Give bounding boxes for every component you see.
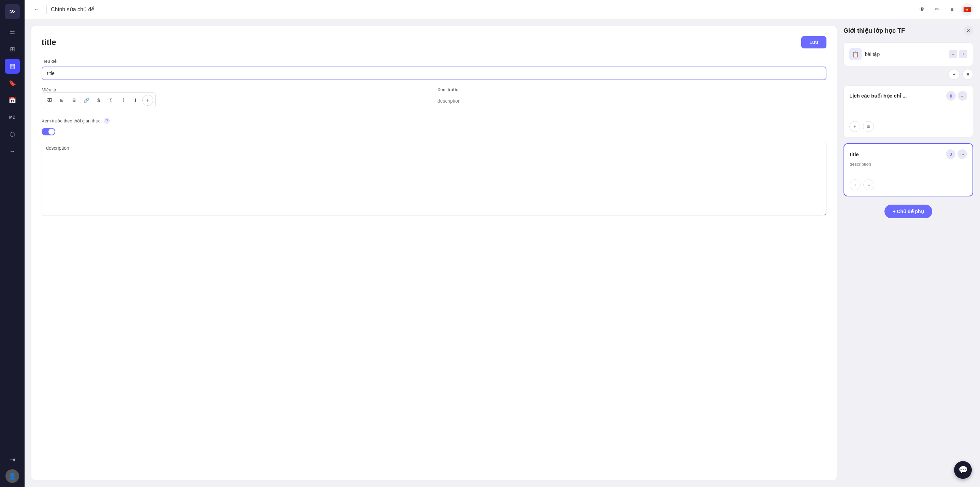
chapter-1-more-btn[interactable]: ··· — [958, 91, 967, 101]
section1-list-btn[interactable]: ≡ — [962, 69, 973, 80]
section1-actions: + ≡ — [843, 69, 973, 80]
chapter-1-add-btn[interactable]: + — [849, 121, 860, 132]
language-flag-button[interactable]: 🇻🇳 — [961, 3, 973, 16]
link-toolbar-btn[interactable]: 🔗 — [81, 95, 92, 106]
main-area: ← Chỉnh sửa chủ đề 👁 ✏ ≡ 🇻🇳 title Lưu — [25, 0, 980, 487]
table-toolbar-btn[interactable]: ⊞ — [56, 95, 67, 106]
partial-card-left: 📋 bài tập — [849, 48, 880, 60]
share-icon: ⤴ — [122, 98, 124, 103]
clipboard-icon: 📋 — [852, 51, 859, 58]
bookmark-icon: 🔖 — [8, 79, 16, 87]
desc-right: Xem trước description — [438, 87, 826, 112]
plus-icon: + — [146, 97, 149, 103]
edit-button[interactable]: ✏ — [931, 3, 943, 16]
download-toolbar-btn[interactable]: ⬇ — [130, 95, 141, 106]
sigma-toolbar-btn[interactable]: Σ — [105, 95, 116, 106]
editor-toolbar: 🖼 ⊞ B 🔗 $ — [41, 92, 156, 108]
back-button[interactable]: ← — [32, 4, 42, 15]
partial-minus-btn[interactable]: − — [949, 50, 957, 58]
sigma-icon: Σ — [110, 98, 113, 103]
dashboard-icon: ▦ — [10, 62, 15, 70]
list-icon: ≡ — [867, 124, 870, 129]
chapter-1-count: 0 — [946, 91, 956, 101]
form-title: title — [41, 38, 56, 47]
list-view-button[interactable]: ≡ — [946, 3, 958, 16]
chat-bubble-btn[interactable]: 💬 — [954, 461, 972, 479]
image-toolbar-btn[interactable]: 🖼 — [44, 95, 55, 106]
link-icon: 🔗 — [84, 98, 89, 103]
topbar-title: Chỉnh sửa chủ đề — [51, 6, 916, 13]
title-form-group: Tiêu đề — [41, 59, 826, 80]
list-icon: ≡ — [966, 71, 969, 77]
toggle-icon: ≫ — [9, 8, 16, 15]
right-panel: Giới thiệu lớp học TF ✕ 📋 bài tập − — [843, 26, 973, 480]
desc-left: Miêu tả 🖼 ⊞ B 🔗 — [41, 87, 431, 112]
nodes-icon: ⬡ — [10, 131, 15, 138]
sidebar-item-dashboard[interactable]: ▦ — [5, 59, 20, 74]
avatar[interactable]: 👤 — [5, 469, 19, 483]
close-icon: ✕ — [966, 28, 970, 33]
save-button[interactable]: Lưu — [801, 36, 826, 48]
chapter-1-header: Lịch các buổi học chỉ ... 0 ··· — [849, 91, 967, 101]
desc-label: Miêu tả — [41, 87, 56, 92]
bold-icon: B — [72, 98, 76, 103]
sidebar-item-bookmark[interactable]: 🔖 — [5, 76, 20, 91]
back-icon: ← — [34, 6, 40, 13]
plus-icon: + — [854, 182, 856, 187]
dollar-icon: $ — [97, 98, 100, 103]
partial-baitap-card: 📋 bài tập − + — [843, 42, 973, 66]
chapter-2-more-btn[interactable]: ··· — [958, 149, 967, 159]
sidebar-item-markdown[interactable]: MD — [5, 110, 20, 125]
calendar-icon: 📅 — [8, 97, 16, 104]
list-arrow-icon: → — [9, 148, 15, 155]
chapter-1-desc — [849, 103, 967, 117]
sidebar-item-calendar[interactable]: 📅 — [5, 93, 20, 108]
sidebar-item-layers[interactable]: ☰ — [5, 25, 20, 40]
sidebar-item-logout[interactable]: ⇥ — [5, 452, 20, 467]
close-panel-button[interactable]: ✕ — [964, 26, 973, 35]
sidebar: ≫ ☰ ⊞ ▦ 🔖 📅 MD ⬡ → ⇥ 👤 — [0, 0, 25, 487]
eye-button[interactable]: 👁 — [916, 3, 928, 16]
partial-card-actions: − + — [949, 50, 967, 58]
sidebar-toggle-btn[interactable]: ≫ — [5, 4, 20, 19]
chapter-2-list-btn[interactable]: ≡ — [863, 179, 874, 190]
realtime-toggle[interactable] — [41, 128, 55, 135]
description-textarea[interactable]: description — [41, 141, 826, 216]
partial-card-icon: 📋 — [849, 48, 862, 60]
title-label: Tiêu đề — [41, 59, 826, 64]
plus-icon: + — [853, 124, 856, 129]
help-icon[interactable]: ? — [104, 117, 110, 124]
chapter-2-header: title 0 ··· — [850, 149, 967, 159]
preview-text: description — [438, 95, 826, 107]
sidebar-item-nodes[interactable]: ⬡ — [5, 127, 20, 142]
grid-icon: ⊞ — [10, 45, 15, 53]
description-row: Miêu tả 🖼 ⊞ B 🔗 — [41, 87, 826, 112]
list-icon: ≡ — [867, 182, 870, 187]
sidebar-item-list-arrow[interactable]: → — [5, 144, 20, 159]
bold-toolbar-btn[interactable]: B — [68, 95, 80, 106]
question-icon: ? — [106, 119, 108, 123]
title-input[interactable] — [41, 67, 826, 80]
partial-plus-btn[interactable]: + — [959, 50, 967, 58]
toolbar-add-btn[interactable]: + — [142, 95, 153, 106]
form-header: title Lưu — [41, 36, 826, 48]
plus-icon: + — [962, 52, 964, 57]
sidebar-item-grid[interactable]: ⊞ — [5, 41, 20, 57]
chapter-1-list-btn[interactable]: ≡ — [863, 121, 874, 132]
dollar-toolbar-btn[interactable]: $ — [93, 95, 104, 106]
right-panel-title: Giới thiệu lớp học TF — [843, 27, 905, 35]
pencil-icon: ✏ — [935, 6, 939, 13]
image-icon: 🖼 — [47, 98, 52, 103]
topbar-divider — [46, 5, 47, 14]
content-area: title Lưu Tiêu đề Miêu tả 🖼 ⊞ — [25, 19, 980, 487]
topbar: ← Chỉnh sửa chủ đề 👁 ✏ ≡ 🇻🇳 — [25, 0, 980, 19]
share-toolbar-btn[interactable]: ⤴ — [118, 95, 129, 106]
chapter-2-add-btn[interactable]: + — [850, 179, 861, 190]
download-icon: ⬇ — [134, 98, 137, 103]
chapter-2-title: title — [850, 151, 859, 157]
section1-add-btn[interactable]: + — [948, 69, 959, 80]
chapter-1-actions: + ≡ — [849, 121, 967, 132]
more-icon: ··· — [961, 93, 965, 98]
add-chapter-button[interactable]: + Chủ đề phụ — [885, 205, 932, 218]
realtime-preview-row: Xem trước theo thời gian thực ? — [41, 117, 826, 124]
